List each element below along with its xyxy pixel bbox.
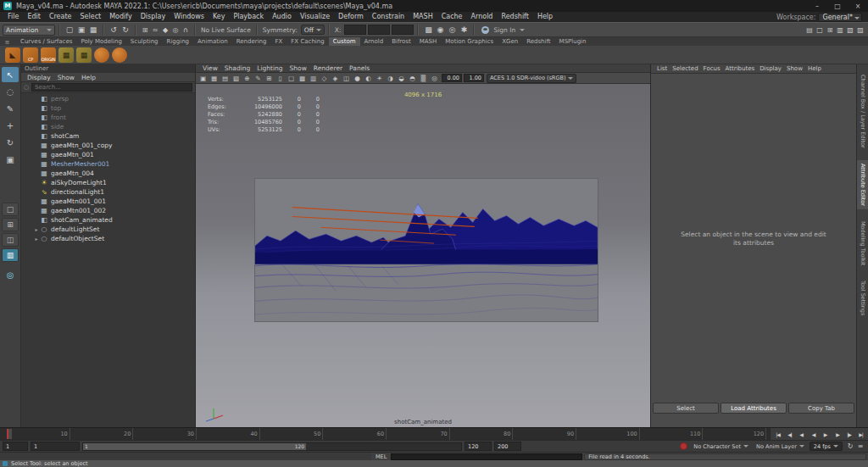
outliner-item[interactable]: shotCam xyxy=(21,131,195,141)
outliner-menu-item[interactable]: Display xyxy=(24,73,54,81)
playback-speed-selector[interactable]: 24 fps xyxy=(810,442,843,451)
outliner-menu-item[interactable]: Show xyxy=(54,73,78,81)
gate-mask-icon[interactable]: ▩ xyxy=(297,73,308,83)
minimize-button[interactable]: – xyxy=(807,0,827,12)
menubar-item[interactable]: Cache xyxy=(437,12,467,22)
command-input[interactable] xyxy=(391,453,582,460)
exposure-field[interactable] xyxy=(442,74,462,82)
sign-in-button[interactable]: Sign In xyxy=(478,26,528,34)
viewport-menu-item[interactable]: Show xyxy=(287,64,310,72)
redo-icon[interactable]: ↻ xyxy=(120,24,131,36)
tab-attribute-editor[interactable]: Attribute Editor xyxy=(857,160,868,209)
shelf-tab[interactable]: MASH xyxy=(415,37,442,46)
viewport-menu-item[interactable]: Panels xyxy=(346,64,373,72)
shelf-tab[interactable]: FX Caching xyxy=(287,37,328,46)
outliner-menu-item[interactable]: Help xyxy=(78,73,99,81)
animation-start-field[interactable] xyxy=(3,442,28,451)
maximize-button[interactable]: □ xyxy=(827,0,848,12)
motion-blur-icon[interactable]: ◓ xyxy=(407,73,418,83)
outliner-item[interactable]: MesherMesher001 xyxy=(21,159,195,169)
channel-box-toggle-icon[interactable]: ▥ xyxy=(835,24,845,36)
menubar-item[interactable]: Constrain xyxy=(368,12,409,22)
scale-tool-button[interactable]: ▣ xyxy=(2,152,19,167)
viewport-menu-item[interactable]: Lighting xyxy=(253,64,286,72)
modeling-toolkit-toggle-icon[interactable]: ▨ xyxy=(855,24,865,36)
shelf-tab[interactable]: Redshift xyxy=(522,37,554,46)
outliner-item[interactable]: aiSkyDomeLight1 xyxy=(21,178,195,187)
menubar-item[interactable]: Display xyxy=(136,12,170,22)
step-back-frame-button[interactable]: ◀| xyxy=(784,429,796,440)
shelf-tab[interactable]: Custom xyxy=(329,37,360,46)
menubar-item[interactable]: Create xyxy=(45,12,76,22)
save-scene-icon[interactable]: ▦ xyxy=(87,24,99,36)
menubar-item[interactable]: Redshift xyxy=(497,12,532,22)
outliner-item[interactable]: ▸ defaultObjectSet xyxy=(21,234,195,243)
command-language-toggle[interactable]: MEL xyxy=(371,453,391,460)
copy-tab-button[interactable]: Copy Tab xyxy=(788,403,854,414)
menubar-item[interactable]: Key xyxy=(209,12,230,22)
menubar-item[interactable]: MASH xyxy=(409,12,437,22)
attribute-editor-menu-item[interactable]: Help xyxy=(805,64,824,73)
shelf-tab[interactable]: Rigging xyxy=(163,37,194,46)
tab-channel-box-layer-editor[interactable]: Channel Box / Layer Editor xyxy=(857,71,868,152)
symmetry-selector[interactable]: Off xyxy=(301,25,325,35)
attribute-editor-menu-item[interactable]: Attributes xyxy=(723,64,758,73)
outliner-item[interactable]: gaeaMtn_001 xyxy=(21,150,195,159)
animation-preferences-icon[interactable]: ≡ xyxy=(855,442,865,452)
outliner-item[interactable]: gaeaMtn001_002 xyxy=(21,206,195,215)
outliner-item[interactable]: gaeaMtn_004 xyxy=(21,169,195,178)
wireframe-icon[interactable]: ◫ xyxy=(341,73,352,83)
shelf-tab[interactable]: MSPlugin xyxy=(555,37,591,46)
four-pane-layout-button[interactable]: ⊞ xyxy=(2,218,19,231)
lights-icon[interactable]: ☀ xyxy=(374,73,385,83)
zoom-tool-button[interactable]: ◎ xyxy=(2,267,19,282)
shelf-item-cube-2[interactable]: ▦ xyxy=(76,47,92,63)
viewport-menu-item[interactable]: Renderer xyxy=(310,64,346,72)
shelf-item-gaea[interactable]: ◣ xyxy=(5,47,20,63)
four-pane-icon[interactable]: ⊞ xyxy=(825,24,835,36)
animation-end-field[interactable] xyxy=(494,442,521,451)
attribute-editor-menu-item[interactable]: Show xyxy=(784,64,805,73)
move-tool-button[interactable]: + xyxy=(2,118,19,133)
load-attributes-button[interactable]: Load Attributes xyxy=(721,403,787,414)
viewport-canvas[interactable]: 4096 x 1716 Verts: 5253125 0 0 Edges: 10… xyxy=(196,84,650,427)
snap-to-point-icon[interactable]: ◆ xyxy=(160,24,170,36)
shelf-tab[interactable]: Curves / Surfaces xyxy=(16,37,76,46)
menubar-item[interactable]: Windows xyxy=(170,12,209,22)
grease-pencil-icon[interactable]: ✎ xyxy=(253,73,264,83)
go-to-end-button[interactable]: ▶| xyxy=(855,429,867,440)
lasso-select-tool-button[interactable]: ◌ xyxy=(2,84,19,99)
attribute-editor-menu-item[interactable]: Focus xyxy=(701,64,723,73)
menubar-item[interactable]: Help xyxy=(533,12,557,22)
shelf-tab[interactable]: Arnold xyxy=(360,37,388,46)
single-pane-icon[interactable]: □ xyxy=(815,24,825,36)
snap-to-grid-icon[interactable]: ⊞ xyxy=(140,24,150,36)
rotate-tool-button[interactable]: ↻ xyxy=(2,135,19,150)
shaded-icon[interactable]: ● xyxy=(352,73,363,83)
menu-set-selector[interactable]: Animation xyxy=(3,25,55,36)
view-transform-selector[interactable]: ACES 1.0 SDR-video (sRGB) xyxy=(487,74,576,83)
time-slider[interactable]: 102030405060708090100110120 |◀◀|◀·◀▶·▶|▶… xyxy=(0,427,868,440)
snap-to-curve-icon[interactable]: ≈ xyxy=(150,24,160,36)
render-settings-icon[interactable]: ✱ xyxy=(458,24,470,36)
open-render-view-icon[interactable]: ▩ xyxy=(422,24,434,36)
outliner-item[interactable]: ▸ defaultLightSet xyxy=(21,225,195,234)
workspace-selector[interactable]: General* xyxy=(818,13,862,22)
bookmarks-icon[interactable]: ▤ xyxy=(220,73,231,83)
step-forward-frame-button[interactable]: |▶ xyxy=(843,429,855,440)
grid-icon[interactable]: ⊞ xyxy=(264,73,275,83)
menubar-item[interactable]: Arnold xyxy=(467,12,498,22)
shelf-tab[interactable]: FX xyxy=(271,37,287,46)
select-tool-button[interactable]: ↖ xyxy=(2,67,19,82)
menubar-item[interactable]: File xyxy=(3,12,23,22)
paint-select-tool-button[interactable]: ✎ xyxy=(2,101,19,116)
isolate-select-icon[interactable]: ◎ xyxy=(429,73,440,83)
shelf-tab[interactable]: Motion Graphics xyxy=(441,37,498,46)
current-time-marker[interactable] xyxy=(7,429,12,439)
attribute-editor-menu-item[interactable]: List xyxy=(654,64,670,73)
outliner-search-input[interactable] xyxy=(31,83,192,92)
gamma-field[interactable] xyxy=(464,74,484,82)
tab-modeling-toolkit[interactable]: Modeling Toolkit xyxy=(857,218,868,269)
multisample-icon[interactable]: ▒ xyxy=(418,73,429,83)
menubar-item[interactable]: Audio xyxy=(268,12,296,22)
